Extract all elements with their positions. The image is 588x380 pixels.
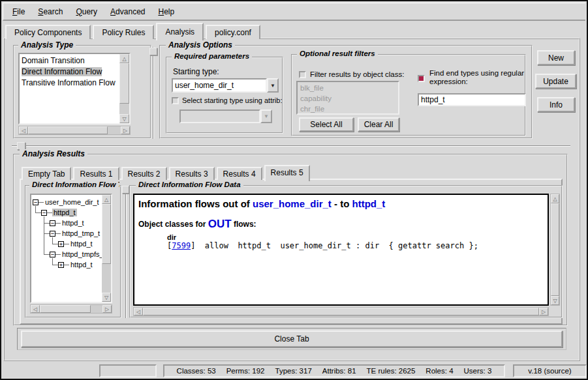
required-parameters-title: Required parameters (172, 52, 252, 60)
results-tabs: Empty Tab Results 1 Results 2 Results 3 … (22, 163, 312, 180)
starting-type-label: Starting type: (173, 67, 219, 76)
tab-policy-components[interactable]: Policy Components (5, 25, 91, 39)
scroll-up-icon[interactable]: △ (119, 54, 129, 63)
scroll-right-icon[interactable]: ▷ (121, 126, 130, 134)
regex-checkbox-label: Find end types using regular expression: (429, 69, 529, 86)
attrib-checkbox[interactable] (172, 97, 179, 104)
rule-number-link[interactable]: 7599 (172, 241, 191, 250)
flow-data-textarea[interactable]: Information flows out of user_home_dir_t… (133, 194, 549, 306)
tab-results-2[interactable]: Results 2 (121, 167, 167, 180)
results-divider (12, 145, 570, 147)
attrib-combobox-disabled: ▼ (179, 110, 272, 123)
scroll-up-icon[interactable]: △ (102, 195, 111, 204)
analysis-type-title: Analysis Type (18, 40, 76, 50)
scroll-right-icon[interactable]: ▷ (102, 305, 112, 313)
tree-collapse-icon[interactable]: − (33, 199, 39, 205)
select-all-button[interactable]: Select All (299, 117, 354, 132)
scroll-down-icon[interactable]: ▽ (102, 293, 111, 302)
flow-tree-title: Direct Information Flow T (29, 181, 119, 188)
tree-node[interactable]: +httpd_t (31, 259, 102, 270)
tree-node-selected[interactable]: −httpd_t (31, 207, 102, 218)
scroll-left-icon[interactable]: ◁ (134, 308, 143, 315)
new-button[interactable]: New (537, 50, 575, 65)
scroll-up-icon[interactable]: △ (551, 194, 559, 203)
regex-checkbox[interactable] (418, 75, 425, 82)
tree-data-sash-handle[interactable] (122, 186, 129, 194)
analysis-type-hscrollbar[interactable]: ◁ ▷ (18, 126, 131, 135)
attrib-checkbox-label: Select starting type using attrib: (182, 96, 282, 104)
regex-input[interactable] (418, 93, 526, 106)
flow-tree: −user_home_dir_t −httpd_t −httpd_t −http… (31, 195, 102, 302)
tab-results-1[interactable]: Results 1 (73, 167, 119, 180)
attrib-combobox-value (179, 110, 260, 123)
tree-collapse-icon[interactable]: − (41, 210, 47, 216)
scroll-down-icon[interactable]: ▽ (119, 114, 129, 123)
stat-te-rules: TE rules: 2625 (367, 367, 416, 375)
chevron-down-icon[interactable]: ▼ (267, 78, 279, 93)
tree-collapse-icon[interactable]: − (50, 220, 55, 226)
object-class-item: chr_file (300, 104, 395, 114)
stat-attribs: Attribs: 81 (322, 367, 356, 375)
stat-classes: Classes: 53 (177, 367, 216, 375)
tree-data-divider (125, 194, 127, 318)
scroll-left-icon[interactable]: ◁ (31, 305, 40, 313)
optional-filters-title: Optional result filters (297, 50, 378, 57)
flow-direction: OUT (208, 218, 232, 230)
tree-node[interactable]: −httpd_tmpfs_ (31, 249, 102, 259)
data-vscrollbar[interactable]: △ ▽ (550, 194, 560, 306)
status-policy-stats: Classes: 53 Perms: 192 Types: 317 Attrib… (163, 364, 505, 377)
data-hscrollbar[interactable]: ◁ ▷ (133, 307, 549, 316)
clear-all-button[interactable]: Clear All (358, 117, 399, 132)
object-classes-line: Object classes for OUT flows: (138, 218, 544, 231)
update-button[interactable]: Update (535, 74, 576, 89)
tree-node[interactable]: −httpd_t (31, 218, 102, 228)
tree-node[interactable]: −user_home_dir_t (31, 197, 102, 207)
tab-results-5[interactable]: Results 5 (264, 165, 310, 181)
filter-by-class-label: Filter results by object class: (310, 70, 404, 78)
tab-analysis[interactable]: Analysis (156, 23, 204, 40)
scroll-right-icon[interactable]: ▷ (539, 308, 548, 315)
analysis-options-title: Analysis Options (166, 40, 235, 50)
tab-results-3[interactable]: Results 3 (169, 167, 215, 180)
chevron-down-icon: ▼ (260, 110, 272, 123)
tab-results-4[interactable]: Results 4 (217, 167, 262, 180)
object-class-name: dir (167, 233, 544, 241)
tab-policy-conf[interactable]: policy.conf (206, 25, 260, 39)
menu-file[interactable]: File (6, 5, 31, 19)
tree-vscrollbar[interactable]: △ ▽ (102, 195, 111, 302)
menu-advanced[interactable]: Advanced (104, 5, 151, 19)
analysis-type-listbox: Domain Transition Direct Information Flo… (18, 53, 131, 124)
tree-node[interactable]: −httpd_tmp_t (31, 228, 102, 239)
tree-collapse-icon[interactable]: − (50, 252, 55, 257)
scroll-down-icon[interactable]: ▽ (551, 296, 559, 305)
stat-types: Types: 317 (275, 367, 312, 375)
starting-type-combobox[interactable]: user_home_dir_t ▼ (172, 78, 279, 93)
analysis-type-vscrollbar[interactable]: △ ▽ (119, 54, 129, 123)
filter-checkbox-row: Filter results by object class: (299, 70, 404, 78)
list-item[interactable]: Transitive Information Flow (20, 78, 119, 89)
flow-heading: Information flows out of user_home_dir_t… (138, 198, 544, 209)
object-class-item: capability (300, 93, 395, 104)
source-type: user_home_dir_t (253, 198, 332, 209)
tree-expand-icon[interactable]: + (58, 262, 64, 268)
list-item[interactable]: Domain Transition (20, 55, 119, 66)
tree-node[interactable]: +httpd_t (31, 239, 102, 249)
menu-query[interactable]: Query (69, 5, 104, 19)
info-button[interactable]: Info (537, 97, 575, 112)
flow-data-title: Direct Information Flow Data (136, 181, 243, 188)
tree-collapse-icon[interactable]: − (50, 231, 55, 237)
tab-empty[interactable]: Empty Tab (22, 167, 71, 180)
close-tab-button[interactable]: Close Tab (21, 330, 563, 347)
tree-hscrollbar[interactable]: ◁ ▷ (30, 304, 112, 314)
menu-help[interactable]: Help (151, 5, 181, 19)
menu-search[interactable]: Search (31, 5, 69, 19)
list-item-selected[interactable]: Direct Information Flow (20, 66, 119, 78)
status-empty-panel (99, 364, 157, 377)
tab-policy-rules[interactable]: Policy Rules (93, 25, 154, 39)
scroll-left-icon[interactable]: ◁ (19, 126, 28, 134)
target-type: httpd_t (352, 198, 386, 209)
starting-type-value[interactable]: user_home_dir_t (172, 78, 267, 93)
tree-expand-icon[interactable]: + (58, 241, 64, 247)
filter-by-class-checkbox[interactable] (299, 71, 306, 78)
pane-sash-handle[interactable] (149, 48, 157, 55)
